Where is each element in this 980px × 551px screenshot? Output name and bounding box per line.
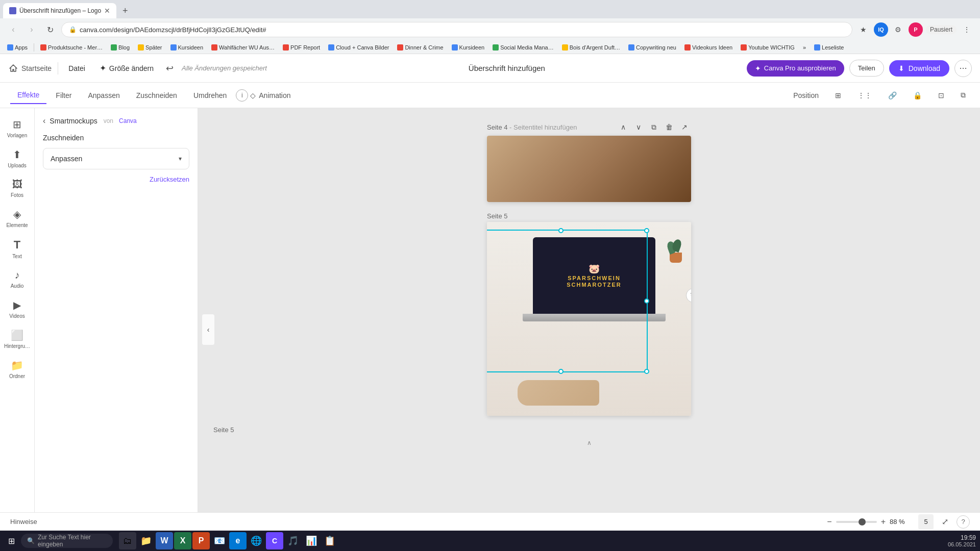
bookmark-leseliste[interactable]: Leseliste	[811, 43, 847, 52]
bookmark-videokurs[interactable]: Videokurs Ideen	[681, 43, 736, 52]
bookmark-copywriting[interactable]: Copywriting neu	[625, 43, 679, 52]
new-tab-button[interactable]: +	[116, 3, 134, 18]
align-button[interactable]: ⊞	[831, 89, 845, 102]
taskbar-app-word[interactable]: W	[156, 532, 173, 549]
extension-icon[interactable]: ⚙	[891, 22, 905, 37]
position-button[interactable]: Position	[789, 89, 823, 102]
tab-close-icon[interactable]: ✕	[104, 7, 110, 15]
panel-back-button[interactable]: ‹	[43, 116, 45, 126]
tab-filter[interactable]: Filter	[48, 87, 79, 104]
sidebar-item-text[interactable]: T Text	[2, 234, 33, 263]
page-down-button[interactable]: ∨	[632, 120, 645, 134]
crop-dropdown[interactable]: Anpassen ▾	[43, 148, 189, 169]
tab-umdrehen[interactable]: Umdrehen	[186, 87, 234, 104]
zoom-out-button[interactable]: −	[827, 517, 831, 527]
link-button[interactable]: 🔗	[884, 89, 901, 102]
bookmark-cloud[interactable]: Cloud + Canva Bilder	[325, 43, 392, 52]
bookmark-more[interactable]: »	[800, 43, 809, 52]
download-button[interactable]: ⬇ Download	[889, 60, 949, 77]
taskbar-app-spotify[interactable]: 🎵	[284, 532, 302, 549]
home-icon	[8, 63, 18, 73]
zoom-slider[interactable]	[836, 521, 877, 523]
canva-link[interactable]: Canva	[119, 117, 137, 124]
plant-decoration	[666, 227, 686, 263]
taskbar-search[interactable]: 🔍 Zur Suche Text hier eingeben	[21, 534, 113, 548]
bookmark-produktsuche[interactable]: Produktsuche - Mer…	[37, 43, 106, 52]
start-button[interactable]: ⊞	[4, 534, 19, 548]
page-share-button[interactable]: ↗	[678, 120, 691, 134]
taskbar-app-chrome[interactable]: 🌐	[248, 532, 265, 549]
page5-canvas[interactable]: 🐷 SPARSCHWEIN SCHMAROTZER	[487, 222, 691, 416]
audio-icon: ♪	[15, 269, 20, 281]
zoom-thumb[interactable]	[859, 518, 866, 525]
crop-button[interactable]: ⊡	[934, 89, 948, 102]
sidebar-item-vorlagen[interactable]: ⊞ Vorlagen	[2, 114, 33, 142]
taskbar-app-powerpoint[interactable]: P	[192, 532, 210, 549]
info-button[interactable]: i	[236, 89, 248, 102]
nav-refresh-button[interactable]: ↻	[43, 22, 57, 37]
taskbar-app-extra2[interactable]: 📋	[321, 532, 338, 549]
bookmark-star-icon[interactable]: ★	[856, 22, 871, 37]
canva-pro-button[interactable]: ✦ Canva Pro ausprobieren	[747, 60, 844, 77]
bookmark-bois[interactable]: Bois d'Argent Duft…	[559, 43, 623, 52]
file-menu-button[interactable]: Datei	[64, 62, 89, 74]
taskbar-app-excel[interactable]: X	[174, 532, 191, 549]
grid-button[interactable]: ⋮⋮	[853, 89, 876, 102]
undo-button[interactable]: ↩	[164, 61, 176, 76]
sidebar-item-videos[interactable]: ▶ Videos	[2, 295, 33, 323]
sidebar-item-audio[interactable]: ♪ Audio	[2, 265, 33, 293]
bookmark-kursideen1[interactable]: Kursideen	[167, 43, 207, 52]
active-tab[interactable]: Überschrift hinzufügen – Logo ✕	[3, 3, 116, 18]
page5-section: Seite 5 🐷 SPARSCHWEIN SCHMAROTZER	[487, 210, 691, 416]
share-button[interactable]: Teilen	[849, 60, 884, 77]
fullscreen-button[interactable]: ⤢	[942, 517, 948, 527]
bookmark-apps[interactable]: Apps	[4, 43, 31, 52]
address-bar[interactable]: 🔒 canva.com/design/DAEdomzscjl/drBfjHdCo…	[61, 22, 852, 37]
vorlagen-label: Vorlagen	[7, 133, 27, 138]
tab-zuschneiden[interactable]: Zuschneiden	[129, 87, 184, 104]
screen-icon-pig: 🐷	[589, 263, 600, 274]
bookmark-youtube[interactable]: Youtube WICHTIG	[738, 43, 798, 52]
bookmark-später[interactable]: Später	[135, 43, 165, 52]
taskbar-app-extra1[interactable]: 📊	[303, 532, 320, 549]
page-nav-left[interactable]: ‹	[202, 314, 214, 345]
page-up-button[interactable]: ∧	[617, 120, 630, 134]
taskbar-app-mail[interactable]: 📧	[211, 532, 228, 549]
bookmark-kursideen2[interactable]: Kursideen	[449, 43, 488, 52]
sidebar-item-elemente[interactable]: ◈ Elemente	[2, 204, 33, 232]
page-indicator[interactable]: 5	[918, 514, 934, 530]
resize-button[interactable]: ✦ Größe ändern	[95, 61, 158, 75]
page4-canvas[interactable]	[487, 136, 691, 202]
page-copy-button[interactable]: ⧉	[647, 120, 660, 134]
profile-icon[interactable]: IQ	[874, 22, 888, 37]
profile-avatar[interactable]: P	[909, 22, 923, 37]
sidebar-item-fotos[interactable]: 🖼 Fotos	[2, 174, 33, 202]
home-button[interactable]: Startseite	[8, 63, 52, 73]
reset-link[interactable]: Zurücksetzen	[150, 176, 189, 183]
page-delete-button[interactable]: 🗑	[663, 120, 676, 134]
tab-effekte[interactable]: Effekte	[10, 87, 46, 104]
nav-back-button[interactable]: ‹	[6, 22, 20, 37]
lock-button[interactable]: 🔒	[909, 89, 926, 102]
sidebar-item-hintergrund[interactable]: ⬜ Hintergru…	[2, 325, 33, 353]
tab-animation[interactable]: ◇ Animation	[250, 91, 290, 99]
layers-button[interactable]: ⧉	[957, 89, 970, 102]
sidebar-item-uploads[interactable]: ⬆ Uploads	[2, 144, 33, 172]
taskbar-app-edge[interactable]: e	[229, 532, 247, 549]
taskbar-app-folder[interactable]: 📁	[137, 532, 155, 549]
more-nav-button[interactable]: ⋮	[960, 22, 974, 37]
zoom-in-button[interactable]: +	[881, 517, 886, 527]
nav-forward-button[interactable]: ›	[24, 22, 39, 37]
more-options-button[interactable]: ···	[954, 60, 972, 77]
bookmark-dinner[interactable]: Dinner & Crime	[394, 43, 446, 52]
sidebar-item-ordner[interactable]: 📁 Ordner	[2, 355, 33, 383]
help-button[interactable]: ?	[957, 515, 970, 529]
bookmark-pdf[interactable]: PDF Report	[280, 43, 323, 52]
tab-anpassen[interactable]: Anpassen	[81, 87, 127, 104]
bookmark-wahlfächer[interactable]: Wahlfächer WU Aus…	[208, 43, 278, 52]
taskbar-app-files[interactable]: 🗂	[119, 532, 136, 549]
bookmark-social[interactable]: Social Media Mana…	[489, 43, 557, 52]
collapse-bar[interactable]: ∧	[208, 438, 970, 448]
bookmark-blog[interactable]: Blog	[108, 43, 133, 52]
taskbar-app-canva[interactable]: C	[266, 532, 283, 549]
